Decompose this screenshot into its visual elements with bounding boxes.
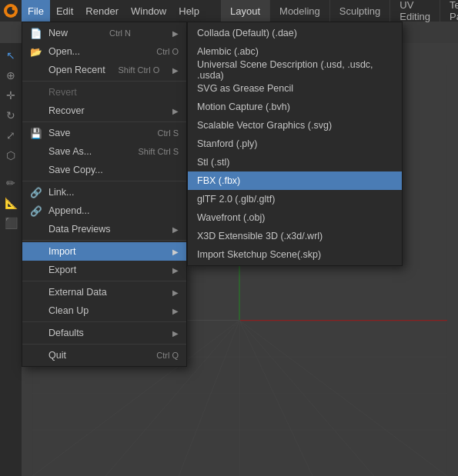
defaults-menu-item[interactable]: Defaults ▶ bbox=[22, 324, 186, 342]
separator-3 bbox=[22, 181, 186, 181]
data-previews-menu-item[interactable]: Data Previews ▶ bbox=[22, 220, 186, 238]
measure-icon[interactable]: 📐 bbox=[2, 194, 20, 212]
edit-menu-button[interactable]: Edit bbox=[50, 0, 79, 22]
link-menu-item[interactable]: 🔗 Link... bbox=[22, 183, 186, 201]
separator-2 bbox=[22, 121, 186, 122]
import-gltf[interactable]: glTF 2.0 (.glb/.gltf) bbox=[188, 190, 402, 208]
export-menu-item[interactable]: Export ▶ bbox=[22, 261, 186, 279]
main-menu: File Edit Render Window Help bbox=[0, 0, 206, 22]
file-dropdown: 📄 New Ctrl N ▶ 📂 Open... Ctrl O Open Rec… bbox=[22, 22, 187, 367]
separator-1 bbox=[22, 81, 186, 82]
transform-icon[interactable]: ⬡ bbox=[2, 146, 20, 165]
import-svg[interactable]: Scalable Vector Graphics (.svg) bbox=[188, 116, 402, 135]
new-icon: 📄 bbox=[30, 28, 45, 39]
rotate-icon[interactable]: ↻ bbox=[2, 106, 20, 125]
help-menu-button[interactable]: Help bbox=[172, 0, 206, 22]
import-motion-capture[interactable]: Motion Capture (.bvh) bbox=[188, 98, 402, 116]
tab-uv-editing[interactable]: UV Editing bbox=[390, 0, 440, 22]
svg-point-2 bbox=[12, 7, 16, 11]
annotate-icon[interactable]: ✏ bbox=[2, 174, 20, 192]
file-menu-button[interactable]: File bbox=[22, 0, 50, 22]
render-menu-button[interactable]: Render bbox=[79, 0, 125, 22]
import-submenu: Collada (Default) (.dae) Alembic (.abc) … bbox=[187, 22, 403, 266]
recover-menu-item[interactable]: Recover ▶ bbox=[22, 102, 186, 120]
save-copy-menu-item[interactable]: Save Copy... bbox=[22, 161, 186, 179]
blender-logo[interactable] bbox=[0, 0, 22, 22]
cursor-icon[interactable]: ⊕ bbox=[2, 66, 20, 85]
import-svg-grease[interactable]: SVG as Grease Pencil bbox=[188, 79, 402, 98]
save-menu-item[interactable]: 💾 Save Ctrl S bbox=[22, 124, 186, 142]
import-collada[interactable]: Collada (Default) (.dae) bbox=[188, 24, 402, 42]
quit-menu-item[interactable]: Quit Ctrl Q bbox=[22, 346, 186, 364]
tab-sculpting[interactable]: Sculpting bbox=[330, 0, 390, 22]
save-icon: 💾 bbox=[30, 128, 45, 139]
tab-texture-paint[interactable]: Texture Paint bbox=[440, 0, 458, 22]
separator-4 bbox=[22, 240, 186, 241]
new-menu-item[interactable]: 📄 New Ctrl N ▶ bbox=[22, 24, 186, 42]
revert-menu-item: Revert bbox=[22, 83, 186, 102]
open-recent-menu-item[interactable]: Open Recent Shift Ctrl O ▶ bbox=[22, 61, 186, 79]
move-icon[interactable]: ✛ bbox=[2, 86, 20, 105]
import-stanford[interactable]: Stanford (.ply) bbox=[188, 135, 402, 153]
select-tool-icon[interactable]: ↖ bbox=[2, 46, 20, 65]
clean-up-menu-item[interactable]: Clean Up ▶ bbox=[22, 301, 186, 320]
import-usd[interactable]: Universal Scene Description (.usd, .usdc… bbox=[188, 61, 402, 79]
import-sketchup[interactable]: Import Sketchup Scene(.skp) bbox=[188, 245, 402, 264]
import-menu-item[interactable]: Import ▶ bbox=[22, 242, 186, 261]
external-data-menu-item[interactable]: External Data ▶ bbox=[22, 283, 186, 301]
open-menu-item[interactable]: 📂 Open... Ctrl O bbox=[22, 42, 186, 61]
scale-icon[interactable]: ⤢ bbox=[2, 126, 20, 145]
workspace-tabs: Layout Modeling Sculpting UV Editing Tex… bbox=[221, 0, 458, 22]
add-cube-icon[interactable]: ⬛ bbox=[2, 214, 20, 232]
separator-6 bbox=[22, 321, 186, 322]
left-sidebar: ↖ ⊕ ✛ ↻ ⤢ ⬡ ✏ 📐 ⬛ bbox=[0, 43, 22, 476]
separator-5 bbox=[22, 281, 186, 281]
open-icon: 📂 bbox=[30, 46, 45, 58]
save-as-menu-item[interactable]: Save As... Shift Ctrl S bbox=[22, 142, 186, 161]
import-fbx[interactable]: FBX (.fbx) bbox=[188, 171, 402, 190]
append-menu-item[interactable]: 🔗 Append... bbox=[22, 201, 186, 220]
import-alembic[interactable]: Alembic (.abc) bbox=[188, 42, 402, 61]
tab-modeling[interactable]: Modeling bbox=[270, 0, 330, 22]
import-stl[interactable]: Stl (.stl) bbox=[188, 153, 402, 171]
import-obj[interactable]: Wavefront (.obj) bbox=[188, 208, 402, 227]
append-icon: 🔗 bbox=[30, 205, 45, 217]
top-menu-bar: File Edit Render Window Help Layout Mode… bbox=[0, 0, 458, 22]
import-x3d[interactable]: X3D Extensible 3D (.x3d/.wrl) bbox=[188, 227, 402, 245]
link-icon: 🔗 bbox=[30, 187, 45, 198]
window-menu-button[interactable]: Window bbox=[125, 0, 172, 22]
separator-7 bbox=[22, 344, 186, 345]
tab-layout[interactable]: Layout bbox=[221, 0, 270, 22]
